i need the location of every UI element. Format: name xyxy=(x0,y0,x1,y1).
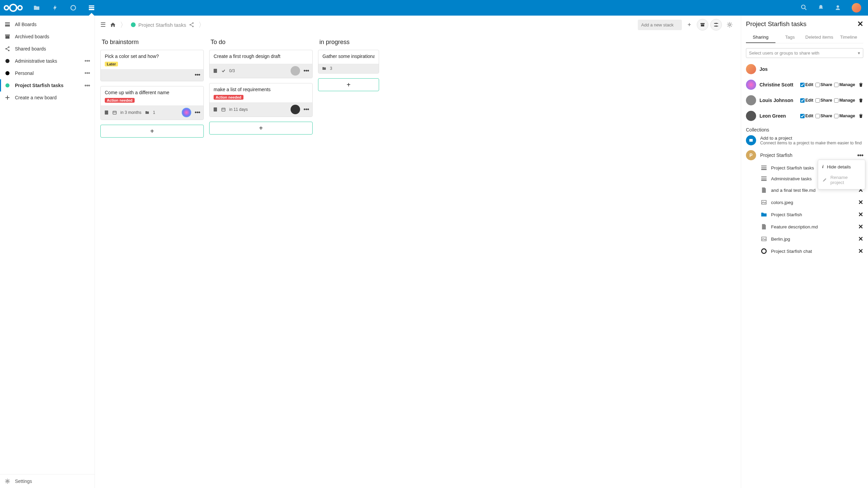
project-item[interactable]: Berlin.jpg✕ xyxy=(746,233,863,245)
card-title: Pick a color set and how? xyxy=(105,54,199,59)
tab-sharing[interactable]: Sharing xyxy=(746,32,775,43)
user-name: Jos xyxy=(760,66,863,72)
sidebar-board-personal[interactable]: Personal ••• xyxy=(0,67,95,79)
search-icon[interactable] xyxy=(801,4,808,11)
activity-app-icon[interactable] xyxy=(52,4,58,11)
card[interactable]: Create a first rough design draft 0/3 ••… xyxy=(209,50,313,78)
calendar-icon xyxy=(221,107,226,112)
perm-manage[interactable]: Manage xyxy=(834,82,855,87)
svg-point-24 xyxy=(190,24,191,25)
perm-share[interactable]: Share xyxy=(815,98,832,103)
assignee-avatar[interactable] xyxy=(291,66,300,76)
board-settings-button[interactable] xyxy=(724,19,735,30)
add-card-button[interactable]: + xyxy=(100,125,204,138)
svg-rect-5 xyxy=(89,7,94,8)
project-item[interactable]: Project Starfish chat✕ xyxy=(746,245,863,257)
project-item[interactable]: colors.jpeg✕ xyxy=(746,196,863,208)
assignee-avatar[interactable] xyxy=(182,108,191,117)
files-app-icon[interactable] xyxy=(33,4,40,11)
file-icon xyxy=(761,224,767,230)
card-title: Come up with a different name xyxy=(105,90,199,95)
remove-icon[interactable]: ✕ xyxy=(858,247,863,255)
home-icon[interactable] xyxy=(110,22,116,28)
card-more-icon[interactable]: ••• xyxy=(195,72,200,79)
remove-icon[interactable]: ✕ xyxy=(858,199,863,206)
user-avatar[interactable] xyxy=(852,3,861,13)
remove-icon[interactable]: ✕ xyxy=(858,235,863,243)
trash-icon[interactable] xyxy=(859,82,863,87)
project-item[interactable]: Project Starfish✕ xyxy=(746,208,863,221)
perm-edit[interactable]: Edit xyxy=(800,98,813,103)
add-project-sub: Connect items to a project to make them … xyxy=(760,141,862,145)
trash-icon[interactable] xyxy=(859,114,863,118)
talk-app-icon[interactable] xyxy=(70,4,77,11)
svg-rect-39 xyxy=(761,165,767,166)
breadcrumb-board[interactable]: Project Starfish tasks xyxy=(131,22,194,28)
add-card-button[interactable]: + xyxy=(318,78,379,91)
sidebar-create-board[interactable]: Create a new board xyxy=(0,92,95,104)
close-icon[interactable]: ✕ xyxy=(857,20,863,28)
attachment-icon xyxy=(145,110,150,115)
perm-manage[interactable]: Manage xyxy=(834,114,855,118)
more-icon[interactable]: ••• xyxy=(84,72,90,75)
card[interactable]: make a list of requirements Action neede… xyxy=(209,83,313,117)
sidebar-all-boards[interactable]: All Boards xyxy=(0,18,95,30)
menu-rename-project[interactable]: Rename project xyxy=(818,172,865,188)
sidebar-item-label: Administrative tasks xyxy=(15,58,80,64)
sidebar-board-starfish[interactable]: Project Starfish tasks ••• xyxy=(0,79,95,92)
share-select[interactable]: Select users or groups to share with ▾ xyxy=(746,48,863,58)
menu-icon[interactable]: ☰ xyxy=(100,21,106,28)
tab-timeline[interactable]: Timeline xyxy=(834,32,864,43)
card[interactable]: Come up with a different name Action nee… xyxy=(100,86,204,120)
tab-tags[interactable]: Tags xyxy=(775,32,805,43)
svg-point-15 xyxy=(8,46,9,48)
svg-line-19 xyxy=(7,49,8,50)
svg-point-30 xyxy=(729,24,731,26)
remove-icon[interactable]: ✕ xyxy=(858,223,863,230)
card[interactable]: Pick a color set and how? Later ••• xyxy=(100,50,204,81)
logo[interactable] xyxy=(3,2,24,13)
remove-icon[interactable]: ✕ xyxy=(858,211,863,218)
perm-edit[interactable]: Edit xyxy=(800,114,813,118)
project-more-icon[interactable]: ••• xyxy=(857,151,863,159)
perm-share[interactable]: Share xyxy=(815,114,832,118)
svg-rect-4 xyxy=(89,5,94,6)
card-more-icon[interactable]: ••• xyxy=(195,109,200,116)
card-more-icon[interactable]: ••• xyxy=(303,106,309,113)
perm-share[interactable]: Share xyxy=(815,82,832,87)
sidebar-board-admin[interactable]: Administrative tasks ••• xyxy=(0,55,95,67)
add-card-button[interactable]: + xyxy=(209,122,313,135)
tab-deleted[interactable]: Deleted items xyxy=(805,32,834,43)
share-icon[interactable] xyxy=(189,22,194,27)
svg-point-9 xyxy=(836,5,839,8)
assignee-avatar[interactable] xyxy=(291,105,300,114)
card-more-icon[interactable]: ••• xyxy=(303,67,309,75)
card[interactable]: Gather some inspirational m 3 xyxy=(318,50,379,74)
perm-manage[interactable]: Manage xyxy=(834,98,855,103)
deck-app-icon[interactable] xyxy=(88,4,95,11)
add-to-project[interactable]: Add to a project Connect items to a proj… xyxy=(746,133,863,148)
more-icon[interactable]: ••• xyxy=(84,84,90,87)
settings-label: Settings xyxy=(15,479,32,484)
sidebar-settings[interactable]: Settings xyxy=(0,474,95,488)
perm-edit[interactable]: Edit xyxy=(800,82,813,87)
image-icon xyxy=(761,199,767,205)
menu-hide-details[interactable]: i Hide details xyxy=(818,161,865,172)
trash-icon[interactable] xyxy=(859,98,863,103)
add-stack-input[interactable] xyxy=(638,20,682,30)
svg-point-25 xyxy=(192,26,194,27)
pencil-icon xyxy=(822,178,827,182)
user-name: Leon Green xyxy=(760,113,797,119)
notifications-icon[interactable] xyxy=(818,4,825,11)
add-stack-button[interactable]: + xyxy=(684,19,695,30)
user-avatar-icon xyxy=(746,80,756,90)
contacts-icon[interactable] xyxy=(835,4,842,11)
svg-line-8 xyxy=(805,8,807,10)
project-item[interactable]: Feature description.md✕ xyxy=(746,221,863,233)
sidebar-archived[interactable]: Archived boards xyxy=(0,30,95,43)
archive-toggle-button[interactable] xyxy=(697,19,708,30)
sidebar-shared[interactable]: Shared boards xyxy=(0,43,95,55)
compact-toggle-button[interactable] xyxy=(710,19,722,30)
sidebar-item-label: Archived boards xyxy=(15,34,90,39)
more-icon[interactable]: ••• xyxy=(84,60,90,63)
